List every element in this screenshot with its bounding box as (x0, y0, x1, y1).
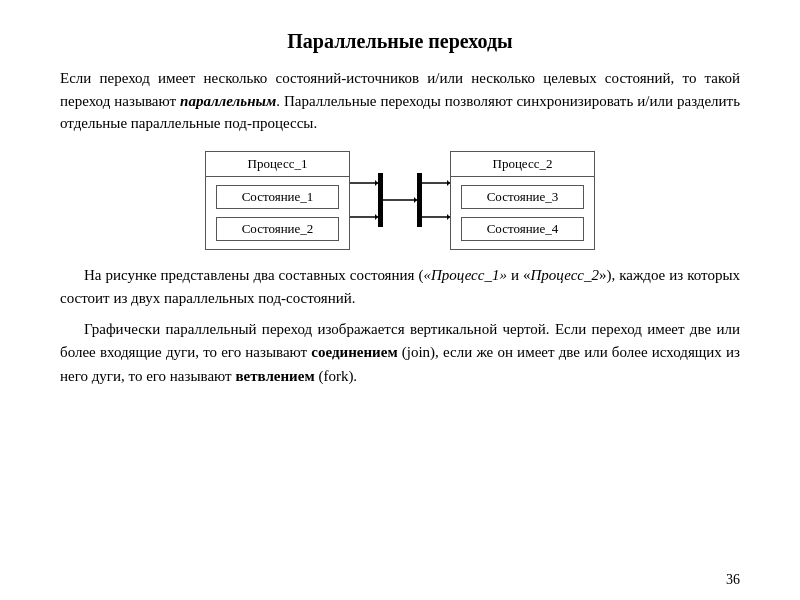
para1-italic2: Процесс_2 (530, 267, 598, 283)
paragraph1: На рисунке представлены два составных со… (60, 264, 740, 311)
para2-bold2: ветвлением (235, 368, 314, 384)
para2-bold1: соединением (311, 344, 397, 360)
process1-box: Процесс_1 Состояние_1 Состояние_2 (205, 151, 350, 250)
process2-title: Процесс_2 (451, 152, 594, 177)
svg-marker-11 (447, 214, 450, 220)
state1-box: Состояние_1 (216, 185, 339, 209)
paragraph2: Графически параллельный переход изобража… (60, 318, 740, 388)
svg-marker-5 (375, 214, 378, 220)
diagram: Процесс_1 Состояние_1 Состояние_2 (60, 151, 740, 250)
process1-title: Процесс_1 (206, 152, 349, 177)
intro-paragraph: Если переход имеет несколько состояний-и… (60, 67, 740, 135)
arrows-svg (350, 155, 450, 245)
para1-mid: и « (507, 267, 531, 283)
para2-end: (fork). (315, 368, 357, 384)
svg-rect-0 (378, 173, 383, 227)
process2-box: Процесс_2 Состояние_3 Состояние_4 (450, 151, 595, 250)
state2-box: Состояние_2 (216, 217, 339, 241)
state4-box: Состояние_4 (461, 217, 584, 241)
transition-arrows (350, 155, 450, 245)
para1-start: На рисунке представлены два составных со… (84, 267, 423, 283)
page-number: 36 (726, 572, 740, 588)
svg-marker-7 (414, 197, 417, 203)
intro-bold: параллельным (180, 93, 276, 109)
svg-marker-9 (447, 180, 450, 186)
para1-italic1: «Процесс_1» (423, 267, 506, 283)
page: Параллельные переходы Если переход имеет… (0, 0, 800, 600)
state3-box: Состояние_3 (461, 185, 584, 209)
svg-rect-1 (417, 173, 422, 227)
svg-marker-3 (375, 180, 378, 186)
page-title: Параллельные переходы (60, 30, 740, 53)
